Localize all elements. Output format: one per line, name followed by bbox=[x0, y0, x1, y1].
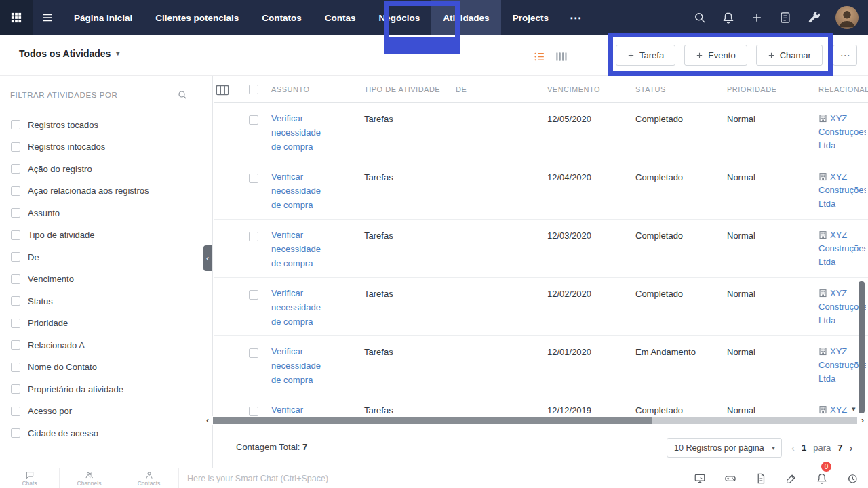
contacts-button[interactable]: Contacts bbox=[119, 468, 179, 488]
filter-checkbox[interactable] bbox=[11, 208, 20, 218]
new-evento-button[interactable]: Evento bbox=[684, 45, 747, 66]
filter-checkbox[interactable] bbox=[11, 296, 20, 306]
signature-pen-icon[interactable] bbox=[785, 472, 797, 485]
new-tarefa-button[interactable]: Tarefa bbox=[616, 45, 675, 66]
filter-item-registros-intocados[interactable]: Registros intocados bbox=[0, 136, 212, 159]
filter-checkbox[interactable] bbox=[11, 142, 20, 152]
filter-checkbox[interactable] bbox=[11, 274, 20, 284]
scroll-left-arrow-icon[interactable]: ‹ bbox=[202, 416, 213, 425]
hamburger-menu-button[interactable] bbox=[33, 0, 62, 35]
filter-checkbox[interactable] bbox=[11, 186, 20, 196]
filter-item-relacionado-a[interactable]: Relacionado A bbox=[0, 334, 212, 357]
vertical-scrollbar-thumb[interactable] bbox=[859, 281, 865, 413]
nav-tab-clientes-potenciais[interactable]: Clientes potenciais bbox=[144, 0, 250, 35]
column-header-assunto[interactable]: ASSUNTO bbox=[271, 85, 309, 94]
row-checkbox[interactable] bbox=[249, 290, 258, 300]
row-checkbox[interactable] bbox=[249, 115, 258, 125]
filter-item-proprietario[interactable]: Proprietário da atividade bbox=[0, 378, 212, 401]
table-row[interactable]: Verificar necessidade de compra Tarefas … bbox=[214, 336, 868, 394]
row-checkbox[interactable] bbox=[249, 407, 258, 416]
view-selector-dropdown[interactable]: Todos os Atividades ▾ bbox=[19, 48, 119, 59]
scroll-right-arrow-icon[interactable]: › bbox=[857, 416, 868, 425]
toolbar-more-button[interactable]: ⋯ bbox=[833, 45, 857, 66]
activity-subject-link[interactable]: Verificar necessidade de compra bbox=[271, 344, 331, 387]
filter-checkbox[interactable] bbox=[11, 319, 20, 328]
filter-item-acao-do-registro[interactable]: Ação do registro bbox=[0, 158, 212, 180]
kanban-view-icon[interactable] bbox=[555, 50, 568, 63]
smart-chat-input[interactable] bbox=[179, 468, 694, 488]
row-checkbox[interactable] bbox=[249, 348, 258, 358]
records-per-page-dropdown[interactable]: 10 Registros por página ▾ bbox=[667, 438, 782, 458]
filter-item-tipo-de-atividade[interactable]: Tipo de atividade bbox=[0, 224, 212, 247]
table-row[interactable]: Verificar necessidade de compra Tarefas … bbox=[214, 220, 868, 278]
column-header-de[interactable]: DE bbox=[456, 85, 467, 94]
game-controller-icon[interactable] bbox=[724, 472, 736, 485]
notebook-icon[interactable] bbox=[778, 11, 792, 24]
filter-checkbox[interactable] bbox=[11, 363, 20, 372]
filter-checkbox[interactable] bbox=[11, 252, 20, 262]
horizontal-scrollbar-track[interactable] bbox=[213, 417, 857, 424]
filter-item-cidade-de-acesso[interactable]: Cidade de acesso bbox=[0, 422, 212, 445]
row-checkbox[interactable] bbox=[249, 174, 258, 183]
horizontal-scrollbar[interactable]: ‹ › bbox=[202, 416, 868, 425]
pagination-prev-icon[interactable]: ‹ bbox=[791, 442, 795, 453]
activity-subject-link[interactable]: Verificar necessidade de compra bbox=[271, 111, 331, 154]
filter-item-assunto[interactable]: Assunto bbox=[0, 202, 212, 224]
pagination-next-icon[interactable]: › bbox=[850, 442, 853, 453]
screen-share-icon[interactable] bbox=[694, 472, 706, 485]
nav-tab-contatos[interactable]: Contatos bbox=[250, 0, 313, 35]
channels-button[interactable]: Channels bbox=[60, 468, 119, 488]
row-checkbox[interactable] bbox=[249, 232, 258, 241]
filter-checkbox[interactable] bbox=[11, 407, 20, 416]
filter-item-vencimento[interactable]: Vencimento bbox=[0, 268, 212, 291]
setup-wrench-icon[interactable] bbox=[807, 11, 821, 24]
filter-checkbox[interactable] bbox=[11, 120, 20, 129]
apps-grid-button[interactable] bbox=[0, 0, 33, 35]
nav-tab-pagina-inicial[interactable]: Página Inicial bbox=[62, 0, 144, 35]
filter-item-acesso-por[interactable]: Acesso por bbox=[0, 401, 212, 423]
scroll-down-arrow-icon[interactable]: ▾ bbox=[852, 405, 856, 413]
filter-item-de[interactable]: De bbox=[0, 246, 212, 268]
customize-columns-icon[interactable] bbox=[215, 83, 230, 96]
table-row[interactable]: Verificar necessidade de compra Tarefas … bbox=[214, 278, 868, 336]
nav-more-button[interactable]: ⋯ bbox=[560, 0, 591, 35]
filter-item-acao-relacionada[interactable]: Ação relacionada aos registros bbox=[0, 180, 212, 203]
bell-icon[interactable] bbox=[816, 472, 828, 485]
table-row[interactable]: Verificar necessidade de compra Tarefas … bbox=[214, 394, 868, 416]
filter-item-status[interactable]: Status bbox=[0, 290, 212, 312]
column-header-prioridade[interactable]: PRIORIDADE bbox=[727, 85, 776, 94]
nav-tab-negocios[interactable]: Negócios bbox=[368, 0, 432, 35]
chats-button[interactable]: Chats bbox=[0, 468, 60, 488]
page-icon[interactable] bbox=[755, 472, 767, 485]
user-avatar[interactable] bbox=[835, 6, 859, 29]
filter-item-registros-tocados[interactable]: Registros tocados bbox=[0, 114, 212, 136]
plus-icon[interactable] bbox=[750, 11, 764, 24]
sidebar-collapse-handle[interactable]: ‹ bbox=[203, 245, 212, 271]
history-clock-icon[interactable] bbox=[846, 472, 859, 485]
activity-subject-link[interactable]: Verificar necessidade de compra bbox=[271, 403, 331, 416]
horizontal-scrollbar-thumb[interactable] bbox=[213, 417, 652, 424]
nav-tab-projects[interactable]: Projects bbox=[501, 0, 560, 35]
column-header-tipo-de-atividade[interactable]: TIPO DE ATIVIDADE bbox=[364, 85, 440, 94]
activity-subject-link[interactable]: Verificar necessidade de compra bbox=[271, 286, 331, 329]
filter-checkbox[interactable] bbox=[11, 384, 20, 394]
activity-subject-link[interactable]: Verificar necessidade de compra bbox=[271, 169, 331, 212]
new-chamar-button[interactable]: Chamar bbox=[756, 45, 823, 66]
column-header-relacionado-a[interactable]: RELACIONADO A bbox=[818, 85, 868, 94]
list-view-icon[interactable] bbox=[533, 50, 546, 63]
column-header-vencimento[interactable]: VENCIMENTO bbox=[547, 85, 600, 94]
search-icon[interactable] bbox=[177, 89, 188, 100]
filter-checkbox[interactable] bbox=[11, 340, 20, 350]
filter-checkbox[interactable] bbox=[11, 164, 20, 174]
search-icon[interactable] bbox=[693, 11, 707, 24]
table-row[interactable]: Verificar necessidade de compra Tarefas … bbox=[214, 103, 868, 161]
nav-tab-contas[interactable]: Contas bbox=[313, 0, 368, 35]
bell-icon[interactable] bbox=[722, 11, 735, 24]
filter-item-nome-do-contato[interactable]: Nome do Contato bbox=[0, 357, 212, 379]
activity-subject-link[interactable]: Verificar necessidade de compra bbox=[271, 228, 331, 270]
filter-checkbox[interactable] bbox=[11, 428, 20, 438]
filter-item-prioridade[interactable]: Prioridade bbox=[0, 312, 212, 335]
column-header-status[interactable]: STATUS bbox=[635, 85, 666, 94]
table-row[interactable]: Verificar necessidade de compra Tarefas … bbox=[214, 161, 868, 220]
filter-checkbox[interactable] bbox=[11, 230, 20, 240]
